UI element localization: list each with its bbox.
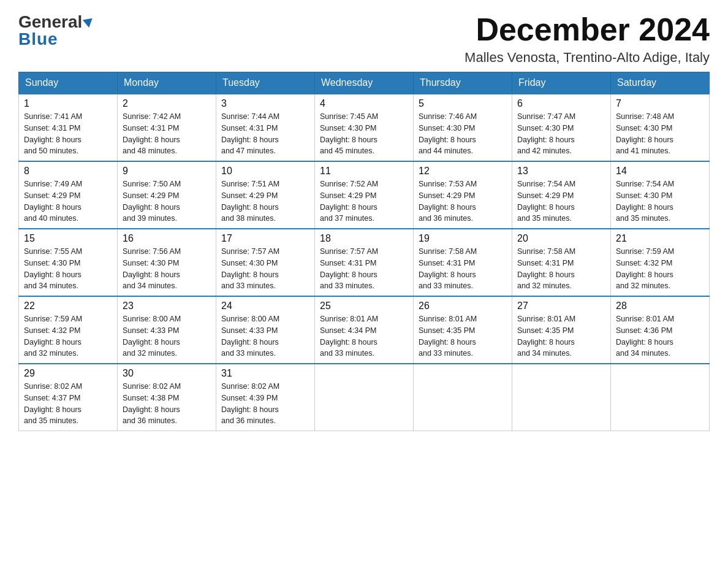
day-info: Sunrise: 7:45 AM Sunset: 4:30 PM Dayligh… (320, 111, 408, 157)
day-number: 24 (221, 301, 309, 312)
day-info: Sunrise: 7:58 AM Sunset: 4:31 PM Dayligh… (419, 246, 507, 292)
month-year-title: December 2024 (464, 12, 710, 47)
calendar-cell: 9Sunrise: 7:50 AM Sunset: 4:29 PM Daylig… (118, 161, 216, 229)
week-row-1: 1Sunrise: 7:41 AM Sunset: 4:31 PM Daylig… (19, 94, 710, 161)
logo: General Blue (18, 12, 93, 49)
calendar-cell: 3Sunrise: 7:44 AM Sunset: 4:31 PM Daylig… (216, 94, 315, 161)
day-number: 29 (24, 368, 112, 379)
calendar-cell: 22Sunrise: 7:59 AM Sunset: 4:32 PM Dayli… (19, 296, 118, 364)
day-number: 31 (221, 368, 309, 379)
day-info: Sunrise: 8:01 AM Sunset: 4:35 PM Dayligh… (517, 313, 605, 359)
day-info: Sunrise: 7:55 AM Sunset: 4:30 PM Dayligh… (24, 246, 112, 292)
day-number: 26 (419, 301, 507, 312)
day-info: Sunrise: 7:41 AM Sunset: 4:31 PM Dayligh… (24, 111, 112, 157)
day-info: Sunrise: 7:57 AM Sunset: 4:30 PM Dayligh… (221, 246, 309, 292)
day-info: Sunrise: 8:01 AM Sunset: 4:35 PM Dayligh… (419, 313, 507, 359)
day-info: Sunrise: 8:02 AM Sunset: 4:38 PM Dayligh… (123, 381, 211, 427)
calendar-cell (414, 364, 512, 431)
calendar-cell: 13Sunrise: 7:54 AM Sunset: 4:29 PM Dayli… (512, 161, 611, 229)
calendar-cell: 29Sunrise: 8:02 AM Sunset: 4:37 PM Dayli… (19, 364, 118, 431)
calendar-header-monday: Monday (118, 72, 216, 94)
page-header: General Blue December 2024 Malles Venost… (18, 12, 710, 66)
day-number: 27 (517, 301, 605, 312)
day-info: Sunrise: 8:02 AM Sunset: 4:37 PM Dayligh… (24, 381, 112, 427)
day-info: Sunrise: 7:59 AM Sunset: 4:32 PM Dayligh… (24, 313, 112, 359)
calendar-cell: 18Sunrise: 7:57 AM Sunset: 4:31 PM Dayli… (315, 229, 414, 296)
day-number: 21 (616, 233, 704, 244)
day-info: Sunrise: 7:42 AM Sunset: 4:31 PM Dayligh… (123, 111, 211, 157)
day-number: 17 (221, 233, 309, 244)
calendar-cell: 21Sunrise: 7:59 AM Sunset: 4:32 PM Dayli… (611, 229, 710, 296)
calendar-header-wednesday: Wednesday (315, 72, 414, 94)
week-row-4: 22Sunrise: 7:59 AM Sunset: 4:32 PM Dayli… (19, 296, 710, 364)
calendar-cell: 10Sunrise: 7:51 AM Sunset: 4:29 PM Dayli… (216, 161, 315, 229)
day-info: Sunrise: 7:50 AM Sunset: 4:29 PM Dayligh… (123, 178, 211, 224)
day-number: 3 (221, 98, 309, 109)
calendar-cell: 25Sunrise: 8:01 AM Sunset: 4:34 PM Dayli… (315, 296, 414, 364)
title-section: December 2024 Malles Venosta, Trentino-A… (464, 12, 710, 66)
calendar-cell: 1Sunrise: 7:41 AM Sunset: 4:31 PM Daylig… (19, 94, 118, 161)
day-number: 8 (24, 166, 112, 177)
calendar-header-saturday: Saturday (611, 72, 710, 94)
calendar-header-friday: Friday (512, 72, 611, 94)
calendar-table: SundayMondayTuesdayWednesdayThursdayFrid… (18, 72, 710, 431)
calendar-cell: 4Sunrise: 7:45 AM Sunset: 4:30 PM Daylig… (315, 94, 414, 161)
calendar-cell (512, 364, 611, 431)
calendar-cell: 7Sunrise: 7:48 AM Sunset: 4:30 PM Daylig… (611, 94, 710, 161)
logo-blue-label: Blue (18, 29, 58, 49)
day-info: Sunrise: 7:48 AM Sunset: 4:30 PM Dayligh… (616, 111, 704, 157)
day-number: 28 (616, 301, 704, 312)
week-row-2: 8Sunrise: 7:49 AM Sunset: 4:29 PM Daylig… (19, 161, 710, 229)
calendar-cell: 24Sunrise: 8:00 AM Sunset: 4:33 PM Dayli… (216, 296, 315, 364)
calendar-cell: 17Sunrise: 7:57 AM Sunset: 4:30 PM Dayli… (216, 229, 315, 296)
calendar-cell: 27Sunrise: 8:01 AM Sunset: 4:35 PM Dayli… (512, 296, 611, 364)
calendar-cell: 6Sunrise: 7:47 AM Sunset: 4:30 PM Daylig… (512, 94, 611, 161)
day-info: Sunrise: 7:49 AM Sunset: 4:29 PM Dayligh… (24, 178, 112, 224)
calendar-cell (611, 364, 710, 431)
day-number: 2 (123, 98, 211, 109)
logo-triangle-icon (83, 18, 94, 29)
day-number: 18 (320, 233, 408, 244)
day-info: Sunrise: 7:44 AM Sunset: 4:31 PM Dayligh… (221, 111, 309, 157)
calendar-cell: 28Sunrise: 8:01 AM Sunset: 4:36 PM Dayli… (611, 296, 710, 364)
location-text: Malles Venosta, Trentino-Alto Adige, Ita… (464, 50, 710, 66)
calendar-cell: 20Sunrise: 7:58 AM Sunset: 4:31 PM Dayli… (512, 229, 611, 296)
day-number: 7 (616, 98, 704, 109)
calendar-cell (315, 364, 414, 431)
calendar-cell: 30Sunrise: 8:02 AM Sunset: 4:38 PM Dayli… (118, 364, 216, 431)
day-number: 6 (517, 98, 605, 109)
day-info: Sunrise: 8:00 AM Sunset: 4:33 PM Dayligh… (123, 313, 211, 359)
day-info: Sunrise: 7:54 AM Sunset: 4:30 PM Dayligh… (616, 178, 704, 224)
day-info: Sunrise: 7:46 AM Sunset: 4:30 PM Dayligh… (419, 111, 507, 157)
calendar-header-thursday: Thursday (414, 72, 512, 94)
calendar-cell: 12Sunrise: 7:53 AM Sunset: 4:29 PM Dayli… (414, 161, 512, 229)
calendar-cell: 2Sunrise: 7:42 AM Sunset: 4:31 PM Daylig… (118, 94, 216, 161)
calendar-cell: 26Sunrise: 8:01 AM Sunset: 4:35 PM Dayli… (414, 296, 512, 364)
day-info: Sunrise: 7:52 AM Sunset: 4:29 PM Dayligh… (320, 178, 408, 224)
week-row-3: 15Sunrise: 7:55 AM Sunset: 4:30 PM Dayli… (19, 229, 710, 296)
calendar-cell: 23Sunrise: 8:00 AM Sunset: 4:33 PM Dayli… (118, 296, 216, 364)
day-info: Sunrise: 7:53 AM Sunset: 4:29 PM Dayligh… (419, 178, 507, 224)
day-number: 30 (123, 368, 211, 379)
calendar-header-sunday: Sunday (19, 72, 118, 94)
day-number: 15 (24, 233, 112, 244)
day-info: Sunrise: 7:54 AM Sunset: 4:29 PM Dayligh… (517, 178, 605, 224)
day-info: Sunrise: 7:56 AM Sunset: 4:30 PM Dayligh… (123, 246, 211, 292)
day-number: 23 (123, 301, 211, 312)
calendar-cell: 19Sunrise: 7:58 AM Sunset: 4:31 PM Dayli… (414, 229, 512, 296)
day-number: 20 (517, 233, 605, 244)
day-number: 5 (419, 98, 507, 109)
day-info: Sunrise: 8:01 AM Sunset: 4:34 PM Dayligh… (320, 313, 408, 359)
calendar-cell: 16Sunrise: 7:56 AM Sunset: 4:30 PM Dayli… (118, 229, 216, 296)
day-info: Sunrise: 8:00 AM Sunset: 4:33 PM Dayligh… (221, 313, 309, 359)
calendar-cell: 5Sunrise: 7:46 AM Sunset: 4:30 PM Daylig… (414, 94, 512, 161)
day-number: 11 (320, 166, 408, 177)
calendar-cell: 15Sunrise: 7:55 AM Sunset: 4:30 PM Dayli… (19, 229, 118, 296)
day-info: Sunrise: 8:02 AM Sunset: 4:39 PM Dayligh… (221, 381, 309, 427)
calendar-cell: 14Sunrise: 7:54 AM Sunset: 4:30 PM Dayli… (611, 161, 710, 229)
week-row-5: 29Sunrise: 8:02 AM Sunset: 4:37 PM Dayli… (19, 364, 710, 431)
day-number: 22 (24, 301, 112, 312)
day-info: Sunrise: 7:59 AM Sunset: 4:32 PM Dayligh… (616, 246, 704, 292)
calendar-cell: 11Sunrise: 7:52 AM Sunset: 4:29 PM Dayli… (315, 161, 414, 229)
calendar-header-tuesday: Tuesday (216, 72, 315, 94)
